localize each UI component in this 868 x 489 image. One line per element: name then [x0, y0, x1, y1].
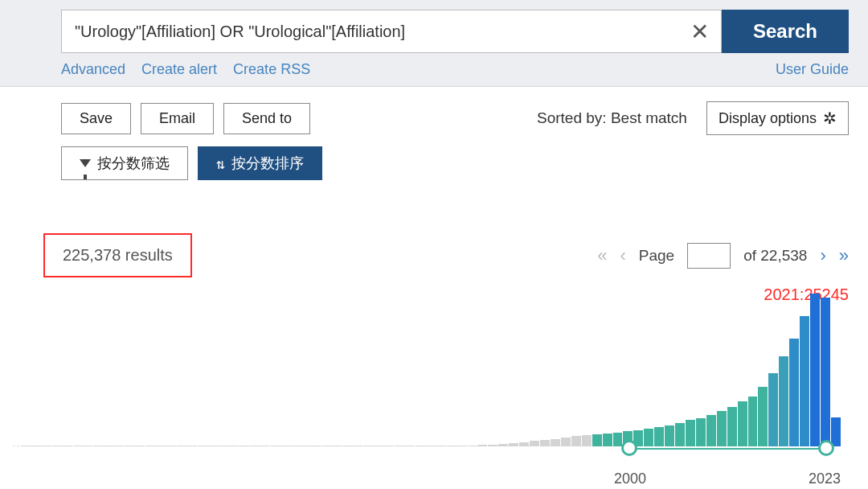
range-slider-handle-left[interactable] — [621, 440, 637, 456]
chart-bar[interactable] — [228, 446, 238, 446]
chart-bar[interactable] — [498, 444, 508, 446]
chart-bar[interactable] — [592, 434, 602, 446]
last-page-icon[interactable]: » — [839, 245, 849, 266]
chart-bar[interactable] — [540, 440, 550, 446]
chart-bar[interactable] — [551, 439, 560, 446]
range-slider-handle-right[interactable] — [818, 440, 834, 456]
chart-bar[interactable] — [488, 445, 497, 446]
save-button[interactable]: Save — [61, 103, 131, 134]
chart-bar[interactable] — [686, 420, 695, 446]
chart-bar[interactable] — [374, 446, 383, 446]
chart-bar[interactable] — [416, 446, 425, 446]
chart-bar[interactable] — [582, 435, 592, 446]
chart-bar[interactable] — [52, 446, 62, 446]
chart-bar[interactable] — [219, 446, 228, 446]
chart-bar[interactable] — [333, 446, 342, 446]
chart-bar[interactable] — [644, 429, 653, 446]
chart-bar[interactable] — [354, 446, 363, 446]
chart-bar[interactable] — [696, 418, 706, 446]
chart-bar[interactable] — [789, 339, 799, 446]
page-input[interactable] — [687, 243, 731, 269]
user-guide-link[interactable]: User Guide — [776, 61, 849, 78]
first-page-icon[interactable]: « — [597, 245, 607, 266]
next-page-icon[interactable]: › — [820, 245, 825, 266]
chart-bar[interactable] — [758, 387, 768, 447]
chart-bar[interactable] — [239, 446, 248, 446]
advanced-link[interactable]: Advanced — [61, 61, 125, 78]
chart-bar[interactable] — [717, 411, 727, 446]
chart-bar[interactable] — [84, 446, 93, 446]
chart-bar[interactable] — [613, 433, 623, 446]
clear-search-button[interactable]: ✕ — [678, 10, 721, 52]
chart-bar[interactable] — [468, 446, 477, 446]
chart-bar[interactable] — [436, 446, 446, 446]
chart-bar[interactable] — [198, 446, 207, 446]
chart-bar[interactable] — [821, 298, 830, 446]
chart-bar[interactable] — [571, 436, 581, 446]
chart-bar[interactable] — [301, 446, 311, 446]
chart-bar[interactable] — [270, 446, 280, 446]
chart-bar[interactable] — [395, 446, 404, 446]
chart-bar[interactable] — [384, 446, 394, 446]
chart-bar[interactable] — [447, 446, 457, 446]
chart-bar[interactable] — [21, 446, 31, 446]
create-alert-link[interactable]: Create alert — [141, 61, 217, 78]
chart-bar[interactable] — [831, 417, 841, 446]
chart-bar[interactable] — [603, 434, 612, 446]
chart-bar[interactable] — [706, 415, 716, 446]
chart-bar[interactable] — [727, 407, 737, 446]
chart-bar[interactable] — [363, 446, 373, 446]
chart-bar[interactable] — [177, 446, 186, 446]
chart-bar[interactable] — [208, 446, 218, 446]
chart-bar[interactable] — [125, 446, 134, 446]
chart-bar[interactable] — [322, 446, 332, 446]
chart-bar[interactable] — [519, 442, 529, 446]
chart-bar[interactable] — [779, 356, 788, 446]
chart-bar[interactable] — [166, 446, 176, 446]
chart-bar[interactable] — [343, 446, 353, 446]
chart-bar[interactable] — [478, 445, 488, 446]
chart-bar[interactable] — [426, 446, 436, 446]
display-options-button[interactable]: Display options ✲ — [706, 101, 849, 135]
chart-bar[interactable] — [145, 446, 155, 446]
chart-bar[interactable] — [312, 446, 321, 446]
chart-bar[interactable] — [675, 423, 685, 446]
chart-bar[interactable] — [530, 441, 539, 446]
chart-bar[interactable] — [748, 397, 758, 446]
chart-bar[interactable] — [63, 446, 72, 446]
display-options-label: Display options — [719, 110, 817, 127]
chart-bar[interactable] — [156, 446, 166, 446]
send-to-button[interactable]: Send to — [223, 103, 310, 134]
chart-bar[interactable] — [654, 427, 664, 446]
chart-bar[interactable] — [135, 446, 145, 446]
search-input[interactable] — [62, 10, 678, 52]
chart-bar[interactable] — [768, 373, 778, 446]
sorted-by-label[interactable]: Sorted by: Best match — [537, 109, 687, 127]
chart-bar[interactable] — [73, 446, 83, 446]
chart-bar[interactable] — [42, 446, 51, 446]
chart-bar[interactable] — [291, 446, 301, 446]
chart-bar[interactable] — [187, 446, 197, 446]
chart-bar[interactable] — [405, 446, 415, 446]
chart-bar[interactable] — [249, 446, 259, 446]
search-button[interactable]: Search — [722, 10, 849, 53]
chart-bar[interactable] — [260, 446, 269, 446]
filter-by-score-button[interactable]: 按分数筛选 — [61, 146, 188, 180]
chart-bar[interactable] — [280, 446, 290, 446]
sort-by-score-button[interactable]: ⇅ 按分数排序 — [198, 146, 322, 180]
prev-page-icon[interactable]: ‹ — [620, 245, 625, 266]
chart-bar[interactable] — [509, 443, 518, 446]
chart-bar[interactable] — [561, 438, 571, 446]
chart-bar[interactable] — [810, 294, 820, 446]
chart-bar[interactable] — [665, 425, 674, 446]
chart-bar[interactable] — [93, 446, 103, 446]
close-icon: ✕ — [690, 18, 709, 45]
chart-bar[interactable] — [457, 446, 467, 446]
chart-bar[interactable] — [104, 446, 113, 446]
chart-bar[interactable] — [800, 316, 809, 446]
email-button[interactable]: Email — [141, 103, 214, 134]
chart-bar[interactable] — [114, 446, 124, 446]
chart-bar[interactable] — [31, 446, 41, 446]
create-rss-link[interactable]: Create RSS — [233, 61, 310, 78]
chart-bar[interactable] — [738, 401, 747, 446]
